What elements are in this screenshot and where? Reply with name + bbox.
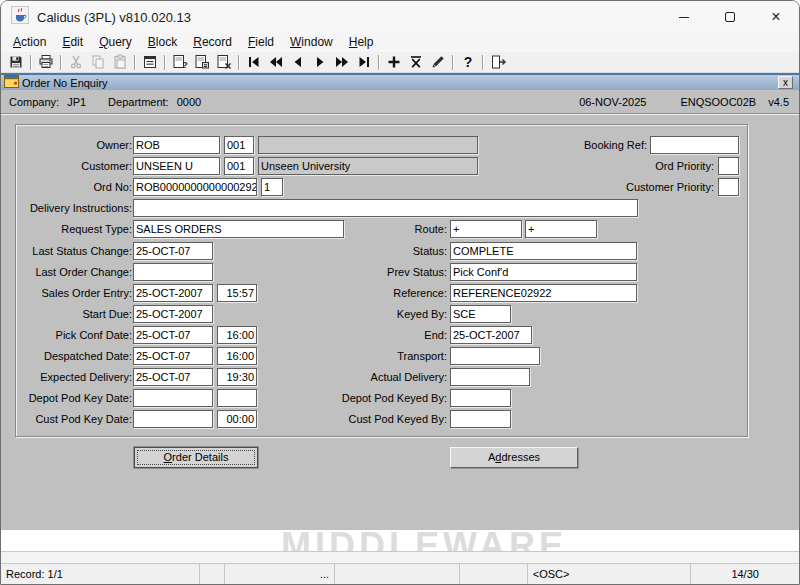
menu-item-field[interactable]: Field (240, 34, 282, 51)
expected-delivery-label: Expected Delivery: (18, 371, 132, 383)
expected-delivery-date-input[interactable]: 25-OCT-07 (133, 368, 213, 386)
form-close-button[interactable]: x (778, 76, 793, 89)
cust-pod-keyed-by-input[interactable] (450, 410, 511, 428)
prev-status-input[interactable]: Pick Conf'd (450, 263, 637, 281)
next-block-icon[interactable] (331, 53, 353, 71)
expected-delivery-time-input[interactable]: 19:30 (217, 368, 257, 386)
menu-item-edit[interactable]: Edit (54, 34, 91, 51)
insert-record-icon[interactable] (383, 53, 405, 71)
program-version: v4.5 (768, 96, 789, 108)
svg-text:?: ? (464, 54, 473, 70)
keyed-by-input[interactable]: SCE (450, 305, 511, 323)
transport-label: Transport: (332, 350, 447, 362)
customer-seq-input[interactable]: 001 (224, 157, 254, 175)
cust-pod-keyed-by-label: Cust Pod Keyed By: (332, 413, 447, 425)
despatched-date-label: Despatched Date: (18, 350, 132, 362)
transport-input[interactable] (450, 347, 540, 365)
owner-input[interactable]: ROB (133, 136, 220, 154)
row-start-due: Start Due: 25-OCT-2007 Keyed By: SCE (16, 305, 747, 323)
menu-item-action[interactable]: Action (5, 34, 54, 51)
row-pick-conf-date: Pick Conf Date: 25-OCT-07 16:00 End: 25-… (16, 326, 747, 344)
minimize-button[interactable] (661, 1, 707, 33)
owner-label: Owner: (18, 139, 132, 151)
ord-no-input[interactable]: ROB00000000000002922 (133, 178, 257, 196)
depot-pod-keyed-by-input[interactable] (450, 389, 511, 407)
toolbar-separator (482, 55, 484, 70)
execute-query-icon[interactable] (191, 53, 213, 71)
customer-input[interactable]: UNSEEN U (133, 157, 220, 175)
sales-order-entry-time-input[interactable]: 15:57 (217, 284, 257, 302)
pick-conf-time-input[interactable]: 16:00 (217, 326, 257, 344)
last-order-change-input[interactable] (133, 263, 213, 281)
row-last-order-change: Last Order Change: Prev Status: Pick Con… (16, 263, 747, 281)
app-window: Calidus (3PL) v810.020.13 × ActionEditQu… (0, 0, 800, 585)
pick-conf-date-input[interactable]: 25-OCT-07 (133, 326, 213, 344)
ord-no-seq-input[interactable]: 1 (261, 178, 283, 196)
record-indicator: Record: 1/1 (1, 564, 200, 584)
first-record-icon[interactable] (243, 53, 265, 71)
field-box: Owner: ROB 001 Booking Ref: Customer: UN… (15, 124, 748, 437)
save-icon[interactable] (5, 53, 27, 71)
cust-pod-key-time-input[interactable]: 00:00 (217, 410, 257, 428)
row-cust-pod-key-date: Cust Pod Key Date: 00:00 Cust Pod Keyed … (16, 410, 747, 428)
menu-item-query[interactable]: Query (91, 34, 140, 51)
depot-pod-key-date-input[interactable] (133, 389, 213, 407)
despatched-date-input[interactable]: 25-OCT-07 (133, 347, 213, 365)
row-request-type: Request Type: SALES ORDERS Route: + + (16, 220, 747, 238)
route-input-2[interactable]: + (525, 220, 597, 238)
delete-record-icon[interactable] (405, 53, 427, 71)
previous-record-icon[interactable] (287, 53, 309, 71)
menu-item-block[interactable]: Block (140, 34, 185, 51)
window-controls: × (661, 1, 799, 33)
depot-pod-key-date-label: Depot Pod Key Date: (18, 392, 132, 404)
message-line (1, 551, 799, 564)
start-due-input[interactable]: 25-OCT-2007 (133, 305, 213, 323)
page-indicator: 14/30 (691, 564, 799, 584)
despatched-time-input[interactable]: 16:00 (217, 347, 257, 365)
menu-item-record[interactable]: Record (185, 34, 240, 51)
cust-pod-key-date-input[interactable] (133, 410, 213, 428)
form-title: Order No Enquiry (22, 77, 108, 89)
request-type-input[interactable]: SALES ORDERS (133, 220, 344, 238)
previous-block-icon[interactable] (265, 53, 287, 71)
last-record-icon[interactable] (353, 53, 375, 71)
exit-icon[interactable] (487, 53, 509, 71)
customer-priority-input[interactable] (718, 178, 739, 196)
list-values-icon[interactable] (139, 53, 161, 71)
menu-item-window[interactable]: Window (282, 34, 341, 51)
actual-delivery-input[interactable] (450, 368, 530, 386)
current-date: 06-NOV-2025 (579, 96, 646, 108)
menu-item-help[interactable]: Help (341, 34, 382, 51)
print-icon[interactable] (35, 53, 57, 71)
booking-ref-input[interactable] (650, 136, 739, 154)
order-details-button[interactable]: Order Details (134, 447, 258, 468)
owner-seq-input[interactable]: 001 (224, 136, 254, 154)
status-input[interactable]: COMPLETE (450, 242, 637, 260)
cut-icon (65, 53, 87, 71)
route-input-1[interactable]: + (450, 220, 522, 238)
svg-text:?: ? (182, 60, 188, 70)
close-button[interactable]: × (753, 1, 799, 33)
status-cell-empty-3 (460, 564, 528, 584)
next-record-icon[interactable] (309, 53, 331, 71)
form-icon (4, 75, 19, 90)
end-label: End: (332, 329, 447, 341)
pick-conf-date-label: Pick Conf Date: (18, 329, 132, 341)
customer-priority-label: Customer Priority: (516, 181, 714, 193)
last-status-change-input[interactable]: 25-OCT-07 (133, 242, 213, 260)
cancel-query-icon[interactable] (213, 53, 235, 71)
help-icon[interactable]: ? (457, 53, 479, 71)
end-input[interactable]: 25-OCT-2007 (450, 326, 532, 344)
enter-query-icon[interactable]: ? (169, 53, 191, 71)
form-titlebar: Order No Enquiry x (1, 73, 799, 90)
maximize-button[interactable] (707, 1, 753, 33)
delivery-instructions-input[interactable] (133, 199, 638, 217)
addresses-button[interactable]: Addresses (450, 447, 578, 468)
reference-input[interactable]: REFERENCE02922 (450, 284, 637, 302)
reference-label: Reference: (332, 287, 447, 299)
depot-pod-key-time-input[interactable] (217, 389, 257, 407)
ord-priority-input[interactable] (718, 157, 739, 175)
prev-status-label: Prev Status: (332, 266, 447, 278)
lock-record-icon[interactable] (427, 53, 449, 71)
sales-order-entry-date-input[interactable]: 25-OCT-2007 (133, 284, 213, 302)
